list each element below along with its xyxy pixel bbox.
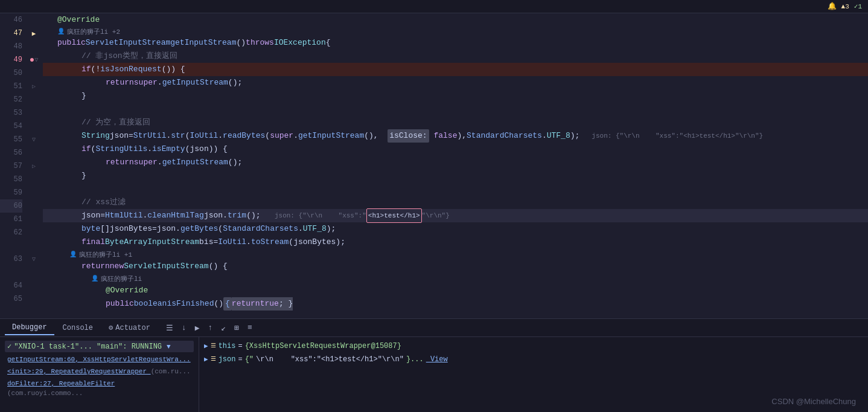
code-line-64: @Override bbox=[43, 284, 868, 297]
line-num-60: 60 bbox=[0, 199, 22, 213]
stack-frame-1[interactable]: <init>:29, RepeatedlyRequestWrapper (com… bbox=[5, 365, 194, 378]
fold-51[interactable]: ▷ bbox=[27, 80, 40, 93]
author-line-3: 👤 疯狂的狮子li bbox=[43, 273, 868, 284]
var-item-this: ▶ ☰ this = {XssHttpServletRequestWrapper… bbox=[204, 340, 863, 353]
stack-link-1[interactable]: <init>:29, RepeatedlyRequestWrapper bbox=[7, 368, 151, 375]
punc-65a: () bbox=[214, 297, 223, 311]
hint-json-redbox-60: <h1>test</h1> bbox=[366, 208, 422, 223]
code-line-58 bbox=[43, 182, 868, 196]
panel-icon-more[interactable]: ≡ bbox=[245, 322, 255, 333]
line-numbers: 46 47 48 49 50 51 52 53 54 55 56 57 58 5… bbox=[0, 13, 27, 318]
tab-debugger[interactable]: Debugger bbox=[5, 321, 54, 335]
stack-class-2: (com.ruoyi.commo... bbox=[7, 390, 83, 397]
punc-54a: = bbox=[129, 129, 133, 143]
punc-60d: (); bbox=[246, 209, 275, 222]
fold-49[interactable]: ▽ bbox=[34, 56, 38, 63]
stack-frame-2[interactable]: doFilter:27, RepeableFilter (com.ruoyi.c… bbox=[5, 378, 194, 399]
sm-stringUtils-55: StringUtils bbox=[95, 143, 147, 156]
author-line-1: 👤 疯狂的狮子li +2 bbox=[43, 27, 868, 36]
marker-59 bbox=[27, 186, 40, 199]
punc-49b: ! bbox=[95, 63, 100, 76]
expand-this[interactable]: ▶ bbox=[204, 341, 208, 352]
stack-frame-0[interactable]: getInputStream:60, XssHttpServletRequest… bbox=[5, 353, 194, 365]
warning-icon: 🔔 bbox=[828, 2, 837, 11]
var-view-json[interactable]: View bbox=[426, 354, 448, 365]
method-50: getInputStream bbox=[162, 76, 228, 89]
expand-json[interactable]: ▶ bbox=[204, 354, 208, 365]
bottom-panel: Debugger Console ⚙ Actuator ☰ ↓ ▶ ↑ ↙ ⊞ … bbox=[0, 318, 868, 412]
ok-badge: ✓1 bbox=[854, 2, 862, 10]
hint-isClose-54: isClose: bbox=[388, 129, 429, 143]
marker-52 bbox=[27, 93, 40, 106]
punc-62a: = bbox=[213, 236, 218, 249]
thread-panel: ✓ "XNIO-1 task-1"... "main": RUNNING ▼ g… bbox=[0, 337, 199, 412]
punc-61e: . bbox=[298, 222, 303, 236]
marker-46 bbox=[27, 13, 40, 27]
panel-icon-grid[interactable]: ⊞ bbox=[232, 322, 241, 334]
panel-icon-stop[interactable]: ↑ bbox=[206, 322, 215, 333]
code-annotation-46: @Override bbox=[57, 13, 100, 27]
line-num-59: 59 bbox=[0, 186, 22, 199]
method-isEmpty-55: isEmpty bbox=[152, 143, 185, 156]
kw-if-55: if bbox=[81, 143, 91, 156]
sm-standardCharsets-54: StandardCharsets bbox=[467, 129, 542, 143]
var-jsonBytes-61: jsonBytes bbox=[110, 222, 152, 236]
tab-console[interactable]: Console bbox=[56, 321, 100, 335]
code-line-60: json = HtmlUtil . cleanHtmlTag json . tr… bbox=[43, 209, 868, 222]
marker-author3 bbox=[27, 266, 40, 279]
line-num-63: 63 bbox=[0, 253, 22, 266]
panel-icon-down[interactable]: ↓ bbox=[179, 322, 189, 333]
panel-icon-step[interactable]: ↙ bbox=[219, 322, 228, 334]
var-json-60: json bbox=[81, 209, 100, 222]
line-num-58: 58 bbox=[0, 173, 22, 186]
punc-54d: . bbox=[218, 129, 223, 143]
method-trim-60: trim bbox=[228, 209, 246, 222]
punc-62b: . bbox=[246, 236, 251, 249]
panel-icon-list[interactable]: ☰ bbox=[164, 322, 176, 334]
method-getIS-56: getInputStream bbox=[162, 156, 228, 169]
line-num-47: 47 bbox=[0, 27, 22, 40]
sm-strutil-54: StrUtil bbox=[133, 129, 167, 143]
method-cleanHtmlTag-60: cleanHtmlTag bbox=[147, 209, 204, 222]
method-getBytes-61: getBytes bbox=[180, 222, 218, 236]
panel-icon-resume[interactable]: ▶ bbox=[193, 322, 202, 334]
fold-63[interactable]: ▽ bbox=[27, 253, 40, 266]
punc-61a: [] bbox=[100, 222, 110, 236]
stack-link-2[interactable]: doFilter:27, RepeableFilter bbox=[7, 380, 115, 387]
method-47: getInputStream bbox=[170, 36, 236, 50]
kw-super-54: super bbox=[270, 129, 293, 143]
code-line-50: return super . getInputStream (); bbox=[43, 76, 868, 89]
punc-65b: ; } bbox=[279, 297, 293, 311]
line-num-author3 bbox=[0, 266, 22, 279]
line-num-64: 64 bbox=[0, 279, 22, 292]
type-63: ServletInputStream bbox=[124, 260, 208, 273]
var-item-json: ▶ ☰ json = {" \r\n "xss":"<h1>test</h1>"… bbox=[204, 353, 863, 366]
punc-63: () { bbox=[209, 260, 228, 273]
code-line-63: return new ServletInputStream () { bbox=[43, 260, 868, 273]
comment-59: // xss过滤 bbox=[81, 196, 126, 209]
punc-51: } bbox=[81, 89, 86, 103]
breakpoint-49[interactable]: ● bbox=[30, 56, 34, 64]
warning-badge[interactable]: ▲3 bbox=[841, 3, 849, 10]
var-json-61: json bbox=[157, 222, 176, 236]
line-num-65: 65 bbox=[0, 292, 22, 306]
line-num-54: 54 bbox=[0, 120, 22, 133]
method-str-54: str bbox=[171, 129, 185, 143]
fold-55[interactable]: ▽ bbox=[27, 133, 40, 146]
type-exception-47: IOException bbox=[274, 36, 326, 50]
punc-56: . bbox=[158, 156, 162, 169]
method-readBytes-54: readBytes bbox=[223, 129, 265, 143]
punc-50b: (); bbox=[228, 76, 242, 89]
thread-item[interactable]: ✓ "XNIO-1 task-1"... "main": RUNNING ▼ bbox=[5, 341, 194, 352]
punc-50: . bbox=[158, 76, 162, 89]
code-editor: 46 47 48 49 50 51 52 53 54 55 56 57 58 5… bbox=[0, 13, 868, 318]
line-num-50: 50 bbox=[0, 66, 22, 80]
annotation-64: @Override bbox=[106, 284, 148, 297]
code-line-55: if ( StringUtils . isEmpty ( json )) { bbox=[43, 143, 868, 156]
var-val-this: {XssHttpServletRequestWrapper@15087} bbox=[245, 341, 401, 352]
thread-dropdown[interactable]: ▼ bbox=[167, 343, 171, 350]
tab-actuator[interactable]: ⚙ Actuator bbox=[101, 321, 158, 335]
stack-link-0[interactable]: getInputStream:60, XssHttpServletRequest… bbox=[7, 356, 191, 363]
fold-57[interactable]: ▷ bbox=[27, 159, 40, 173]
var-val-json-end: }... bbox=[406, 354, 424, 365]
